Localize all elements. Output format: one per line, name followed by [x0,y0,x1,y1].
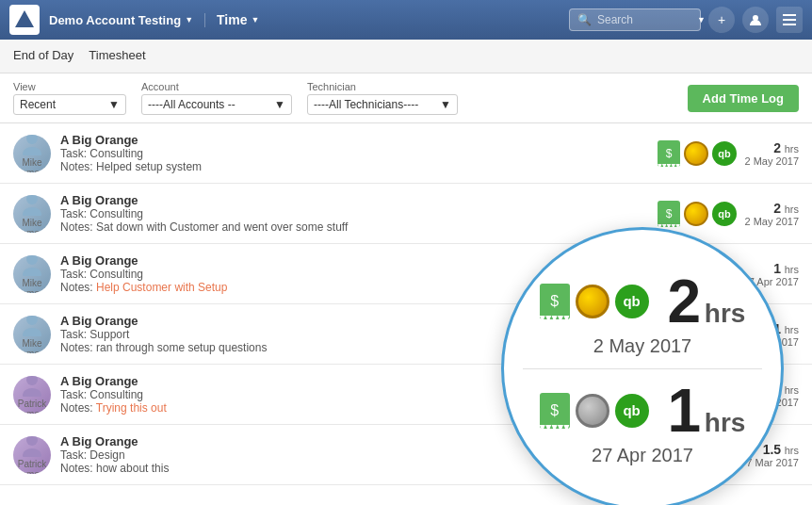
mag-date-1: 2 May 2017 [593,335,692,357]
svg-point-6 [23,147,41,155]
entry-hours: 2 hrs [742,201,799,216]
svg-point-10 [23,268,41,276]
filter-bar: View Recent ▼ Account ----All Accounts -… [0,73,812,123]
entry-notes: Notes: Helped setup system [60,160,658,173]
entry-notes: Notes: Sat down with Customer and went o… [60,220,658,234]
mag-hours-num-1: 2 [668,268,702,335]
mag-row-2: $ qb 1 hrs [532,381,753,441]
add-icon-btn[interactable]: + [708,7,735,33]
sub-nav: End of Day Timesheet [0,40,812,73]
search-box[interactable]: 🔍 ▼ [569,8,701,31]
brand-caret: ▼ [185,15,193,24]
avatar: MikeClements [13,135,51,172]
avatar: PatrickClements [13,436,51,474]
coin-icon [684,202,708,226]
account-label: Account [141,81,292,92]
search-caret: ▼ [697,15,706,24]
notes-highlight: Trying this out [96,401,167,415]
svg-rect-2 [783,14,796,16]
mag-qb-icon-2: qb [615,394,649,428]
mag-section-1: $ qb 2 hrs 2 May 2017 [523,271,762,369]
mag-qb-icon: qb [615,285,649,318]
subnav-end-of-day[interactable]: End of Day [13,41,73,72]
svg-point-7 [26,195,38,204]
person-name: MikeClements [13,218,51,233]
person-name: PatrickClements [13,459,51,474]
view-select[interactable]: Recent ▼ [13,94,126,115]
mag-coin-icon [576,285,609,318]
nav-time-section[interactable]: Time ▼ [217,12,259,27]
mag-receipt-icon: $ [540,284,570,319]
avatar: MikeClements [13,316,51,353]
search-icon: 🔍 [577,13,592,26]
notes-highlight: Help Customer with Setup [96,281,227,294]
filter-technician-group: Technician ----All Technicians---- ▼ [307,81,458,115]
qb-icon: qb [712,141,737,166]
entry-hours: 2 hrs [742,140,799,155]
avatar: MikeClements [13,195,51,233]
brand-section[interactable]: Demo Account Testing ▼ [49,13,205,27]
person-name: MikeClements [13,338,51,353]
svg-point-8 [23,207,41,216]
top-nav-right: 🔍 ▼ + [569,7,803,33]
account-select[interactable]: ----All Accounts -- ▼ [141,94,292,115]
receipt-icon: $ [658,201,680,227]
view-label: View [13,81,126,92]
brand-name: Demo Account Testing [49,13,181,27]
svg-rect-3 [783,19,796,21]
svg-point-16 [23,448,41,457]
person-name: MikeClements [13,278,51,293]
filter-account-group: Account ----All Accounts -- ▼ [141,81,292,115]
app-logo[interactable] [9,5,40,35]
mag-section-2: $ qb 1 hrs 27 Apr 2017 [523,369,762,466]
entry-icons: $ qb [658,140,737,167]
mag-icons-2: $ qb [540,393,649,429]
entry-task: Task: Consulting [60,207,658,220]
technician-select[interactable]: ----All Technicians---- ▼ [307,94,458,115]
entry-icons: $ qb [658,201,737,227]
filter-view-group: View Recent ▼ [13,81,126,115]
avatar: MikeClements [13,255,51,293]
svg-rect-4 [783,24,796,25]
magnifier-overlay: $ qb 2 hrs 2 May 2017 $ [501,227,784,505]
search-input[interactable] [597,13,691,26]
table-row[interactable]: MikeClements A Big Orange Task: Consulti… [0,123,812,184]
entry-date: 2 May 2017 [742,155,799,167]
account-caret: ▼ [274,98,285,111]
mag-hrs-label-2: hrs [705,408,746,437]
add-time-log-button[interactable]: Add Time Log [688,85,799,112]
entry-task: Task: Consulting [60,147,658,160]
person-name: PatrickClements [13,399,51,414]
entry-info: A Big Orange Task: Consulting Notes: Sat… [60,193,658,234]
mag-hours-block-1: 2 hrs [668,271,746,332]
svg-point-14 [23,388,41,397]
svg-point-13 [26,376,38,385]
svg-point-5 [26,135,38,144]
entry-account: A Big Orange [60,133,658,147]
entry-right: $ qb 2 hrs 2 May 2017 [658,201,799,227]
mag-date-2: 27 Apr 2017 [592,445,693,466]
receipt-icon: $ [658,140,680,167]
entry-right: $ qb 2 hrs 2 May 2017 [658,140,799,167]
qb-icon: qb [712,202,737,226]
svg-point-11 [26,316,38,325]
person-name: MikeClements [13,157,51,172]
svg-marker-0 [15,10,34,27]
entry-account: A Big Orange [60,193,658,207]
tech-caret: ▼ [440,98,451,111]
avatar: PatrickClements [13,376,51,414]
mag-row-1: $ qb 2 hrs [532,271,753,332]
nav-time-caret: ▼ [251,15,259,24]
svg-point-12 [23,328,41,336]
magnifier-content: $ qb 2 hrs 2 May 2017 $ [504,230,781,505]
user-icon-btn[interactable] [742,7,769,33]
technician-label: Technician [307,81,458,92]
mag-icons-1: $ qb [540,284,649,319]
mag-hours-block-2: 1 hrs [668,381,746,441]
main-content: MikeClements A Big Orange Task: Consulti… [0,123,812,505]
nav-time-label: Time [217,12,247,27]
subnav-timesheet[interactable]: Timesheet [89,41,145,72]
menu-icon-btn[interactable] [776,7,803,33]
top-nav: Demo Account Testing ▼ Time ▼ 🔍 ▼ + [0,0,812,40]
mag-hrs-label-1: hrs [705,299,746,328]
